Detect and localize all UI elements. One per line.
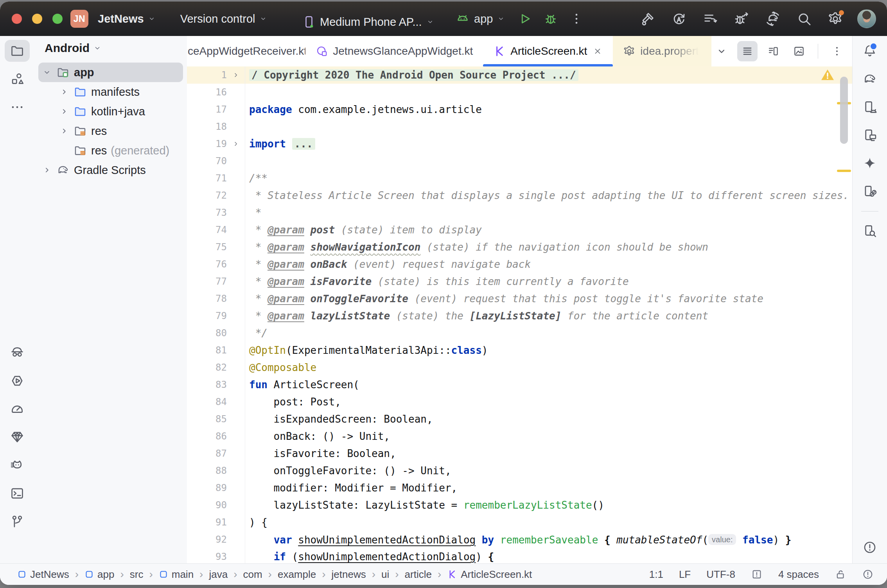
tree-item-res[interactable]: res(generated) (38, 141, 183, 160)
code-line-92[interactable]: 92 var showUnimplementedActionDialog by … (187, 531, 853, 548)
tool-device-mirroring[interactable] (857, 181, 882, 203)
breadcrumb-java[interactable]: java (209, 568, 228, 581)
breadcrumb-article[interactable]: article (405, 568, 432, 581)
preview-toggle[interactable] (789, 41, 809, 61)
tool-services[interactable] (5, 370, 30, 392)
run-configuration[interactable]: app (473, 9, 494, 29)
code-line-73[interactable]: 73 * (187, 204, 853, 221)
warning-stripe-mark[interactable] (837, 170, 851, 172)
tree-item-app[interactable]: app (38, 63, 183, 82)
inspections-status[interactable] (751, 568, 763, 580)
tree-item-res[interactable]: res (38, 121, 183, 141)
apply-changes-restart[interactable] (670, 9, 688, 28)
tool-app-inspection[interactable] (5, 426, 30, 448)
breadcrumb-example[interactable]: example (278, 568, 316, 581)
build-project[interactable] (638, 9, 657, 28)
zoom-button[interactable] (52, 14, 63, 24)
chevron-down-icon[interactable] (38, 67, 56, 77)
settings[interactable] (826, 9, 845, 28)
code-line-87[interactable]: 87 isFavorite: Boolean, (187, 445, 853, 462)
problems-status[interactable] (862, 568, 874, 580)
code-line-72[interactable]: 72 * Stateless Article Screen that displ… (187, 187, 853, 204)
tool-running-devices[interactable] (857, 124, 882, 146)
run-button[interactable] (517, 9, 533, 28)
project-menu[interactable]: JetNews (94, 9, 160, 29)
tool-device-explorer[interactable] (857, 220, 882, 242)
tool-gemini-assistant[interactable] (857, 152, 882, 174)
code-line-74[interactable]: 74 * @param post (state) item to display (187, 221, 853, 238)
code-line-17[interactable]: 17package com.example.jetnews.ui.article (187, 101, 853, 118)
code-line-84[interactable]: 84 post: Post, (187, 393, 853, 411)
breadcrumb-main[interactable]: main (159, 568, 194, 581)
code-line-76[interactable]: 76 * @param onBack (event) request navig… (187, 256, 853, 273)
code-line-79[interactable]: 79 * @param lazyListState (state) the [L… (187, 307, 853, 324)
tool-logcat[interactable] (5, 454, 30, 476)
tab-glanceappwidgetreceiver[interactable]: ceAppWidgetReceiver.kt (187, 36, 305, 66)
tree-item-manifests[interactable]: manifests (38, 82, 183, 102)
search-everywhere[interactable] (795, 9, 813, 28)
tool-terminal[interactable] (5, 482, 30, 504)
code-line-89[interactable]: 89 modifier: Modifier = Modifier, (187, 479, 853, 497)
code-line-16[interactable]: 16 (187, 84, 853, 101)
breadcrumb-src[interactable]: src (130, 568, 144, 581)
code-line-88[interactable]: 88 onToggleFavorite: () -> Unit, (187, 462, 853, 479)
chevron-right-icon[interactable] (56, 87, 73, 97)
editor-scrollbar[interactable] (840, 77, 848, 144)
code-line-70[interactable]: 70 (187, 152, 853, 170)
editor-options[interactable] (827, 41, 847, 61)
tab-jetnewsglanceappwidget[interactable]: JetnewsGlanceAppWidget.kt (305, 36, 483, 66)
tab-articlescreen[interactable]: ArticleScreen.kt (483, 36, 613, 66)
file-encoding[interactable]: UTF-8 (706, 568, 735, 581)
line-separator[interactable]: LF (679, 568, 691, 581)
tool-version-control[interactable] (5, 511, 30, 532)
more-run-options[interactable] (569, 9, 584, 28)
chevron-right-icon[interactable] (56, 106, 73, 117)
chevron-right-icon[interactable] (56, 126, 73, 136)
inspection-warning-icon[interactable] (820, 67, 835, 83)
tool-app-quality-insights[interactable] (5, 342, 30, 364)
code-line-82[interactable]: 82@Composable (187, 359, 853, 376)
code-area[interactable]: 1/ Copyright 2020 The Android Open Sourc… (187, 66, 853, 564)
minimize-button[interactable] (32, 14, 42, 24)
tool-project-tool-window[interactable] (5, 40, 30, 62)
tool-more-tool-windows[interactable] (5, 96, 30, 118)
fold-marker-icon[interactable] (227, 66, 245, 84)
code-line-83[interactable]: 83fun ArticleScreen( (187, 376, 853, 393)
breadcrumb-com[interactable]: com (243, 568, 262, 581)
write-access[interactable] (835, 568, 846, 580)
sync-project-gradle[interactable] (763, 9, 782, 28)
debug-button[interactable] (543, 9, 558, 28)
tree-item-kotlin-java[interactable]: kotlin+java (38, 102, 183, 121)
editor-view-mode[interactable] (737, 41, 758, 61)
code-line-93[interactable]: 93 if (showUnimplementedActionDialog) { (187, 548, 853, 564)
code-line-91[interactable]: 91) { (187, 514, 853, 531)
code-line-1[interactable]: 1/ Copyright 2020 The Android Open Sourc… (187, 66, 853, 84)
code-line-75[interactable]: 75 * @param showNavigationIcon (state) i… (187, 238, 853, 256)
breadcrumb-app[interactable]: app (84, 568, 114, 581)
user-avatar[interactable] (857, 9, 876, 28)
breadcrumb-ui[interactable]: ui (381, 568, 389, 581)
cursor-position[interactable]: 1:1 (649, 568, 663, 581)
code-line-81[interactable]: 81@OptIn(ExperimentalMaterial3Api::class… (187, 342, 853, 359)
breadcrumb-jetnews[interactable]: jetnews (332, 568, 366, 581)
attach-debugger[interactable] (732, 9, 751, 28)
apply-code-changes[interactable] (701, 9, 720, 28)
tool-gradle[interactable] (857, 68, 882, 90)
code-line-71[interactable]: 71/** (187, 170, 853, 187)
tool-device-manager[interactable] (857, 96, 882, 118)
code-line-90[interactable]: 90 lazyListState: LazyListState = rememb… (187, 497, 853, 514)
breadcrumb-jetnews[interactable]: JetNews (17, 568, 69, 581)
code-line-78[interactable]: 78 * @param onToggleFavorite (event) req… (187, 290, 853, 307)
tool-resource-manager[interactable] (5, 68, 30, 90)
close-tab-icon[interactable] (593, 46, 603, 56)
tool-notifications[interactable] (857, 40, 882, 62)
tool-problems-tool-window[interactable] (857, 536, 882, 558)
chevron-right-icon[interactable] (38, 165, 56, 175)
vcs-menu[interactable]: Version control (176, 9, 271, 29)
indent-style[interactable]: 4 spaces (778, 568, 819, 581)
code-line-18[interactable]: 18 (187, 118, 853, 135)
tab-list-dropdown[interactable] (711, 41, 732, 61)
split-editor[interactable] (763, 41, 783, 61)
tree-item-gradle-scripts[interactable]: Gradle Scripts (38, 160, 183, 180)
code-line-77[interactable]: 77 * @param isFavorite (state) is this i… (187, 273, 853, 290)
